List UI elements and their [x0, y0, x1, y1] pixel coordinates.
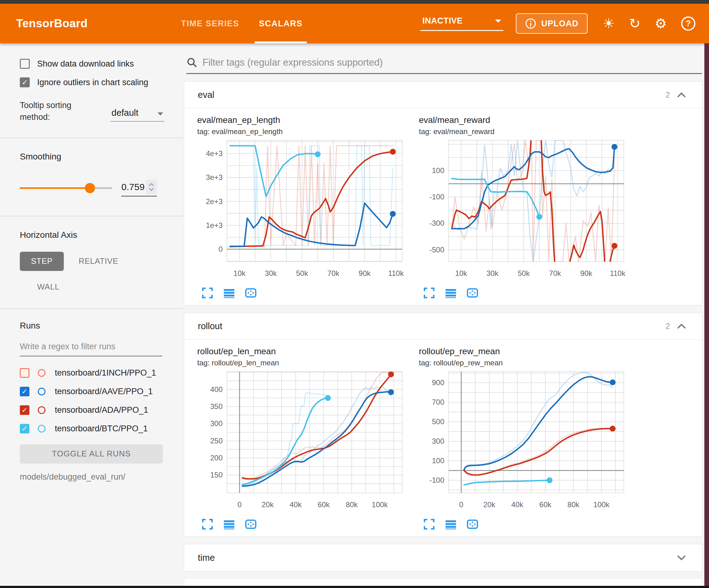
tab-scalars[interactable]: SCALARS — [249, 4, 312, 43]
stepper-up-icon[interactable] — [149, 183, 154, 186]
status-dropdown-value: INACTIVE — [422, 16, 463, 26]
run-color-circle[interactable] — [38, 425, 46, 433]
expand-chart-icon[interactable] — [202, 518, 213, 530]
smoothing-slider[interactable] — [20, 187, 112, 189]
axis-option-step[interactable]: STEP — [20, 252, 64, 271]
ignore-outliers-checkbox[interactable]: ✓ — [20, 77, 30, 87]
refresh-icon[interactable]: ↻ — [629, 17, 640, 30]
smoothing-stepper[interactable] — [146, 180, 157, 195]
horizontal-axis-label: Horizontal Axis — [20, 230, 175, 240]
x-tick-label: 10k — [233, 269, 246, 277]
show-download-links-row[interactable]: Show data download links — [20, 59, 175, 69]
smoothing-value[interactable]: 0.759 — [121, 182, 146, 192]
full-size-data-icon[interactable] — [445, 518, 457, 530]
x-tick-label: 0 — [237, 501, 241, 509]
settings-icon[interactable]: ⚙ — [655, 17, 667, 30]
ignore-outliers-label: Ignore outliers in chart scaling — [37, 78, 148, 87]
run-row: tensorboard/1INCH/PPO_1 — [20, 364, 175, 382]
x-tick-label: 90k — [580, 269, 593, 277]
y-tick-label: 3e+3 — [206, 173, 222, 181]
run-checkbox[interactable]: ✓ — [20, 387, 29, 397]
tab-time-series[interactable]: TIME SERIES — [171, 4, 249, 43]
x-tick-label: 100k — [594, 501, 610, 509]
help-icon[interactable]: ? — [681, 17, 695, 31]
run-color-circle[interactable] — [38, 369, 46, 377]
toggle-all-runs-button[interactable]: TOGGLE ALL RUNS — [20, 444, 163, 463]
section-title: rollout — [198, 321, 222, 331]
chart-block-eval-mean-reward: eval/mean_rewardtag: eval/mean_reward100… — [419, 115, 632, 299]
chevron-up-icon[interactable] — [677, 324, 686, 329]
run-checkbox[interactable]: ✓ — [20, 424, 29, 434]
expand-chart-icon[interactable] — [423, 518, 435, 530]
chart-plot[interactable]: -100100300500700900020k40k60k80k100k — [419, 367, 632, 516]
chart-plot[interactable]: 100-100-300-50010k30k50k70k90k110k — [419, 136, 632, 285]
run-color-circle[interactable] — [38, 388, 46, 395]
section-body: eval/mean_ep_lengthtag: eval/mean_ep_len… — [184, 108, 702, 305]
runs-path: models/debugged_eval_run/ — [20, 472, 175, 482]
chart-end-dot — [611, 144, 618, 150]
stepper-down-icon[interactable] — [149, 188, 154, 191]
y-tick-label: 0 — [218, 245, 222, 253]
chart-end-dot — [315, 151, 321, 157]
horizontal-axis-options: STEP RELATIVE — [20, 252, 175, 271]
y-tick-label: 150 — [210, 471, 222, 479]
run-checkbox[interactable]: ✓ — [20, 405, 29, 415]
chart-toolbar — [202, 518, 411, 530]
main-content: Filter tags (regular expressions support… — [183, 43, 704, 586]
chart-end-dot — [610, 379, 615, 385]
x-tick-label: 80k — [346, 501, 358, 509]
fit-domain-icon[interactable] — [245, 287, 257, 299]
x-tick-label: 20k — [262, 501, 274, 509]
y-tick-label: 500 — [432, 417, 444, 426]
section-card-rollout: rollout2rollout/ep_len_meantag: rollout/… — [184, 313, 703, 537]
y-tick-label: 400 — [210, 385, 222, 393]
section-title: eval — [198, 90, 214, 100]
chart-plot[interactable]: 150200250300350400020k40k60k80k100k — [197, 367, 411, 516]
full-size-data-icon[interactable] — [445, 287, 457, 299]
y-tick-label: 4e+3 — [206, 149, 222, 158]
full-size-data-icon[interactable] — [223, 518, 235, 530]
y-tick-label: 350 — [210, 402, 222, 411]
axis-option-wall[interactable]: WALL — [37, 282, 175, 292]
smoothing-control: 0.759 — [20, 180, 175, 197]
filter-tags-input[interactable]: Filter tags (regular expressions support… — [186, 57, 702, 74]
tooltip-sorting-dropdown[interactable]: default — [110, 100, 164, 122]
chevron-down-icon[interactable] — [677, 555, 686, 560]
x-tick-label: 100k — [372, 501, 388, 509]
y-tick-label: -100 — [429, 476, 444, 484]
full-size-data-icon[interactable] — [223, 287, 235, 299]
runs-filter-input[interactable]: Write a regex to filter runs — [20, 342, 162, 356]
chevron-up-icon[interactable] — [677, 92, 686, 98]
axis-option-relative[interactable]: RELATIVE — [79, 256, 118, 266]
upload-button[interactable]: UPLOAD — [516, 13, 588, 34]
expand-chart-icon[interactable] — [202, 287, 213, 299]
smoothing-slider-handle[interactable] — [85, 183, 95, 193]
run-color-circle[interactable] — [38, 406, 46, 414]
section-header-eval[interactable]: eval2 — [184, 82, 702, 108]
active-tab-underline — [255, 42, 307, 43]
fit-domain-icon[interactable] — [245, 518, 257, 530]
chart-end-dot — [388, 371, 394, 377]
chart-plot[interactable]: 01e+32e+33e+34e+310k30k50k70k90k110k — [197, 136, 411, 285]
status-dropdown[interactable]: INACTIVE — [420, 16, 503, 31]
x-tick-label: 60k — [318, 501, 330, 509]
chart-end-dot — [390, 149, 396, 155]
y-tick-label: -500 — [429, 246, 444, 254]
run-checkbox[interactable] — [20, 368, 29, 378]
brightness-icon[interactable]: ☀ — [603, 17, 614, 30]
show-download-links-checkbox[interactable] — [20, 59, 30, 69]
app-title: TensorBoard — [16, 17, 88, 30]
section-header-time[interactable]: time — [184, 544, 702, 571]
chart-block-rollout-ep-rew-mean: rollout/ep_rew_meantag: rollout/ep_rew_m… — [419, 347, 632, 530]
section-title: time — [198, 553, 215, 563]
y-tick-label: 1e+3 — [206, 221, 222, 229]
smoothing-value-box[interactable]: 0.759 — [121, 180, 157, 197]
x-tick-label: 30k — [487, 269, 499, 277]
expand-chart-icon[interactable] — [423, 287, 435, 299]
section-header-rollout[interactable]: rollout2 — [184, 313, 702, 340]
ignore-outliers-row[interactable]: ✓ Ignore outliers in chart scaling — [20, 77, 175, 87]
run-label: tensorboard/AAVE/PPO_1 — [55, 387, 153, 397]
chart-block-eval-mean-ep-length: eval/mean_ep_lengthtag: eval/mean_ep_len… — [197, 115, 411, 299]
fit-domain-icon[interactable] — [467, 287, 478, 299]
fit-domain-icon[interactable] — [467, 518, 478, 530]
